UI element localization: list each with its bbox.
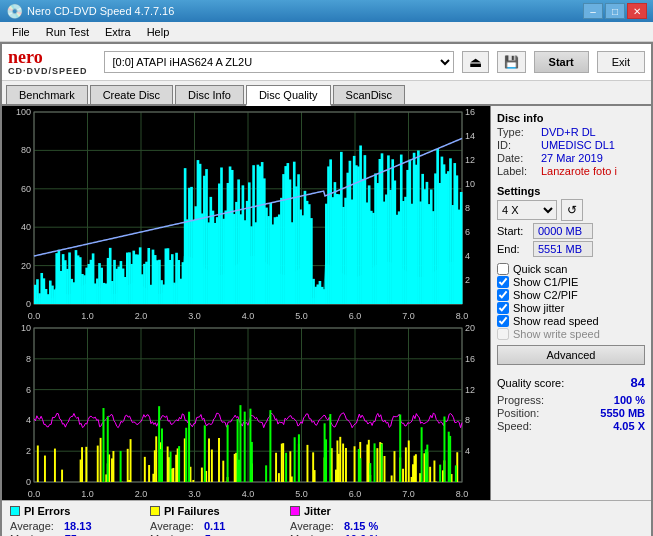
- pif-avg-row: Average: 0.11: [150, 520, 270, 532]
- close-button[interactable]: ✕: [627, 3, 647, 19]
- speed-row: Speed: 4.05 X: [497, 420, 645, 432]
- show-write-row: Show write speed: [497, 328, 645, 340]
- speed-row: 4 X ↺: [497, 199, 645, 221]
- settings-section: Settings 4 X ↺ Start: 0000 MB End: 5551 …: [497, 185, 645, 257]
- speed-label: Speed:: [497, 420, 532, 432]
- eject-button[interactable]: ⏏: [462, 51, 489, 73]
- speed-value: 4.05 X: [613, 420, 645, 432]
- progress-label: Progress:: [497, 394, 544, 406]
- exit-button[interactable]: Exit: [597, 51, 645, 73]
- drive-select[interactable]: [0:0] ATAPI iHAS624 A ZL2U: [104, 51, 454, 73]
- start-mb-row: Start: 0000 MB: [497, 223, 645, 239]
- progress-section: Progress: 100 % Position: 5550 MB Speed:…: [497, 394, 645, 432]
- jitter-avg-label: Average:: [290, 520, 340, 532]
- disc-id-label: ID:: [497, 139, 537, 151]
- show-c1pie-row: Show C1/PIE: [497, 276, 645, 288]
- jitter-title: Jitter: [304, 505, 331, 517]
- jitter-avg-row: Average: 8.15 %: [290, 520, 410, 532]
- logo-nero: nero: [8, 48, 43, 66]
- pi-errors-color-box: [10, 506, 20, 516]
- pi-failures-title: PI Failures: [164, 505, 220, 517]
- progress-row: Progress: 100 %: [497, 394, 645, 406]
- menu-extra[interactable]: Extra: [97, 24, 139, 40]
- maximize-button[interactable]: □: [605, 3, 625, 19]
- show-read-row: Show read speed: [497, 315, 645, 327]
- side-panel: Disc info Type: DVD+R DL ID: UMEDISC DL1…: [491, 106, 651, 500]
- tab-create-disc[interactable]: Create Disc: [90, 85, 173, 104]
- main-window: nero CD·DVD/SPEED [0:0] ATAPI iHAS624 A …: [0, 42, 653, 536]
- show-c1pie-checkbox[interactable]: [497, 276, 509, 288]
- jitter-header: Jitter: [290, 505, 410, 517]
- chart-area: [2, 106, 491, 500]
- settings-title: Settings: [497, 185, 645, 197]
- pi-failures-group: PI Failures Average: 0.11 Maximum: 5 Tot…: [150, 505, 270, 536]
- bottom-chart: [2, 322, 490, 500]
- position-row: Position: 5550 MB: [497, 407, 645, 419]
- advanced-button[interactable]: Advanced: [497, 345, 645, 365]
- tab-disc-quality[interactable]: Disc Quality: [246, 85, 331, 106]
- disc-type-label: Type:: [497, 126, 537, 138]
- position-label: Position:: [497, 407, 539, 419]
- position-value: 5550 MB: [600, 407, 645, 419]
- disc-date-row: Date: 27 Mar 2019: [497, 152, 645, 164]
- show-write-label: Show write speed: [513, 328, 600, 340]
- title-bar: 💿 Nero CD-DVD Speed 4.7.7.16 – □ ✕: [0, 0, 653, 22]
- quality-row: Quality score: 84: [497, 375, 645, 390]
- pi-avg-row: Average: 18.13: [10, 520, 130, 532]
- end-mb-value: 5551 MB: [533, 241, 593, 257]
- content-area: Disc info Type: DVD+R DL ID: UMEDISC DL1…: [2, 106, 651, 500]
- tab-benchmark[interactable]: Benchmark: [6, 85, 88, 104]
- progress-value: 100 %: [614, 394, 645, 406]
- pi-failures-color-box: [150, 506, 160, 516]
- start-mb-value: 0000 MB: [533, 223, 593, 239]
- disc-info-title: Disc info: [497, 112, 645, 124]
- show-write-checkbox[interactable]: [497, 328, 509, 340]
- show-jitter-label: Show jitter: [513, 302, 564, 314]
- pif-avg-value: 0.11: [204, 520, 225, 532]
- quality-label: Quality score:: [497, 377, 564, 389]
- menu-run-test[interactable]: Run Test: [38, 24, 97, 40]
- stats-bar: PI Errors Average: 18.13 Maximum: 75 Tot…: [2, 500, 651, 536]
- end-mb-row: End: 5551 MB: [497, 241, 645, 257]
- disc-label-value: Lanzarote foto i: [541, 165, 617, 177]
- start-button[interactable]: Start: [534, 51, 589, 73]
- tab-scan-disc[interactable]: ScanDisc: [333, 85, 405, 104]
- quick-scan-checkbox[interactable]: [497, 263, 509, 275]
- top-chart: [2, 106, 490, 322]
- show-read-checkbox[interactable]: [497, 315, 509, 327]
- disc-date-value: 27 Mar 2019: [541, 152, 603, 164]
- menu-bar: File Run Test Extra Help: [0, 22, 653, 42]
- logo-sub: CD·DVD/SPEED: [8, 66, 88, 76]
- disc-label-row: Label: Lanzarote foto i: [497, 165, 645, 177]
- disc-type-row: Type: DVD+R DL: [497, 126, 645, 138]
- settings-refresh-button[interactable]: ↺: [561, 199, 583, 221]
- quality-value: 84: [631, 375, 645, 390]
- jitter-color-box: [290, 506, 300, 516]
- disc-info-section: Disc info Type: DVD+R DL ID: UMEDISC DL1…: [497, 112, 645, 177]
- disc-type-value: DVD+R DL: [541, 126, 596, 138]
- disc-id-value: UMEDISC DL1: [541, 139, 615, 151]
- pi-errors-title: PI Errors: [24, 505, 70, 517]
- menu-help[interactable]: Help: [139, 24, 178, 40]
- disc-date-label: Date:: [497, 152, 537, 164]
- show-c2pif-checkbox[interactable]: [497, 289, 509, 301]
- pi-failures-header: PI Failures: [150, 505, 270, 517]
- menu-file[interactable]: File: [4, 24, 38, 40]
- logo: nero CD·DVD/SPEED: [8, 48, 88, 76]
- quick-scan-label: Quick scan: [513, 263, 567, 275]
- jitter-avg-value: 8.15 %: [344, 520, 378, 532]
- cd-icon: 💿: [6, 3, 23, 19]
- save-button[interactable]: 💾: [497, 51, 526, 73]
- window-controls: – □ ✕: [583, 3, 647, 19]
- show-jitter-checkbox[interactable]: [497, 302, 509, 314]
- pi-avg-label: Average:: [10, 520, 60, 532]
- speed-select[interactable]: 4 X: [497, 200, 557, 220]
- tab-disc-info[interactable]: Disc Info: [175, 85, 244, 104]
- pi-errors-group: PI Errors Average: 18.13 Maximum: 75 Tot…: [10, 505, 130, 536]
- disc-label-label: Label:: [497, 165, 537, 177]
- pi-errors-header: PI Errors: [10, 505, 130, 517]
- minimize-button[interactable]: –: [583, 3, 603, 19]
- disc-id-row: ID: UMEDISC DL1: [497, 139, 645, 151]
- show-c1pie-label: Show C1/PIE: [513, 276, 578, 288]
- start-mb-label: Start:: [497, 225, 529, 237]
